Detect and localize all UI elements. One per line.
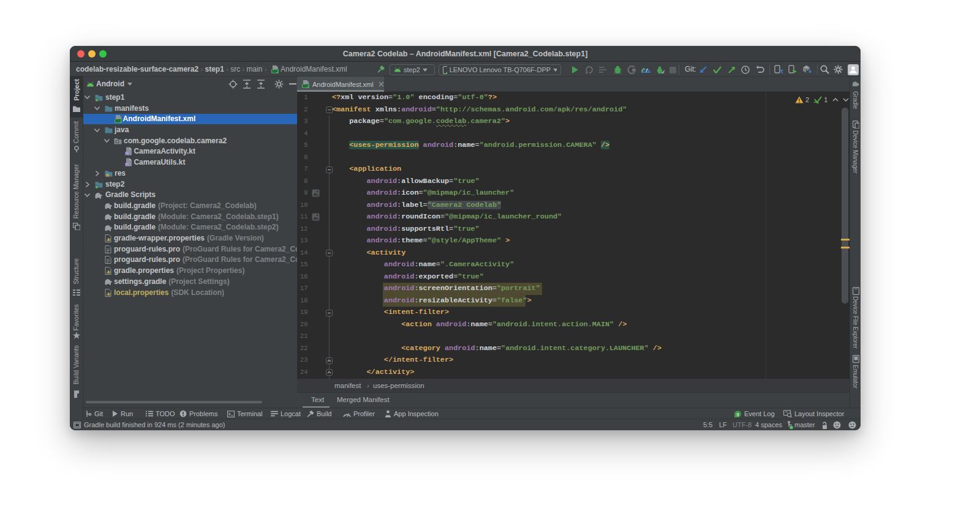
svg-text:MF: MF [115,119,121,123]
svg-text:5: 5 [736,411,739,417]
svg-text:MF: MF [303,84,308,88]
svg-text:MF: MF [272,69,277,73]
